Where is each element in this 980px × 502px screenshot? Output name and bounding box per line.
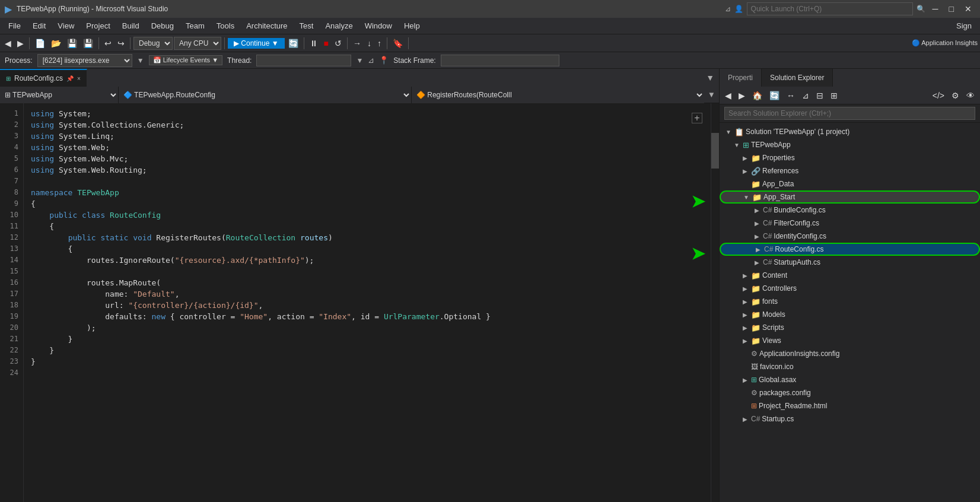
step-out-button[interactable]: ↑: [375, 37, 384, 49]
sol-properties-button[interactable]: ⚙: [949, 90, 962, 101]
tab-close-button[interactable]: ×: [77, 75, 81, 82]
undo-button[interactable]: ↩: [102, 37, 114, 49]
startup-expand-arrow[interactable]: ▶: [741, 416, 749, 422]
maximize-button[interactable]: □: [946, 4, 957, 14]
menu-help[interactable]: Help: [398, 19, 426, 33]
routeconfig-expand-arrow[interactable]: ▶: [754, 246, 762, 253]
close-button[interactable]: ✕: [961, 4, 975, 14]
tree-item-filterconfig[interactable]: ▶ C# FilterConfig.cs: [720, 217, 980, 230]
filterconfig-expand-arrow[interactable]: ▶: [753, 220, 761, 227]
sol-back-button[interactable]: ◀: [722, 90, 734, 101]
step-over-button[interactable]: →: [351, 37, 364, 49]
tree-item-routeconfig[interactable]: ▶ C# RouteConfig.cs: [720, 243, 980, 256]
namespace-dropdown[interactable]: ⊞ TEPwebApp: [0, 87, 119, 103]
identityconfig-expand-arrow[interactable]: ▶: [753, 233, 761, 240]
menu-debug[interactable]: Debug: [145, 19, 180, 33]
tree-item-content[interactable]: ▶ 📁 Content: [720, 269, 980, 282]
redo-button[interactable]: ↪: [115, 37, 127, 49]
menu-architecture[interactable]: Architecture: [240, 19, 293, 33]
tree-item-project[interactable]: ▼ ⊞ TEPwebApp: [720, 138, 980, 151]
models-expand-arrow[interactable]: ▶: [741, 312, 749, 318]
menu-view[interactable]: View: [52, 19, 80, 33]
new-file-button[interactable]: 📄: [33, 37, 47, 49]
tree-item-globalasax[interactable]: ▶ ⊞ Global.asax: [720, 373, 980, 386]
open-button[interactable]: 📂: [49, 37, 63, 49]
tree-item-views[interactable]: ▶ 📁 Views: [720, 334, 980, 347]
tree-item-scripts[interactable]: ▶ 📁 Scripts: [720, 321, 980, 334]
minimize-button[interactable]: ─: [929, 4, 942, 14]
breakpoints-button[interactable]: ⏸: [307, 37, 320, 49]
thread-input[interactable]: [256, 55, 351, 66]
save-all-button[interactable]: 💾: [81, 37, 96, 49]
code-lines[interactable]: using System; using System.Collections.G…: [24, 103, 711, 502]
references-expand-arrow[interactable]: ▶: [741, 168, 749, 174]
editor-scrollbar-thumb[interactable]: [711, 133, 719, 169]
globalasax-expand-arrow[interactable]: ▶: [741, 377, 749, 383]
location-btn[interactable]: 📍: [379, 56, 389, 65]
fonts-expand-arrow[interactable]: ▶: [741, 298, 749, 305]
editor-tab-routeconfig[interactable]: ⊞ RouteConfig.cs 📌 ×: [0, 69, 87, 87]
process-dropdown-arrow[interactable]: ▼: [137, 56, 144, 65]
properties-expand-arrow[interactable]: ▶: [741, 155, 749, 161]
stop-button[interactable]: ■: [322, 37, 331, 49]
sol-code-button[interactable]: </>: [930, 90, 947, 101]
tab-pin-button[interactable]: 📌: [66, 75, 74, 82]
tree-item-controllers[interactable]: ▶ 📁 Controllers: [720, 282, 980, 295]
lifecycle-events-btn[interactable]: 📅 Lifecycle Events ▼: [149, 55, 222, 65]
menu-analyze[interactable]: Analyze: [319, 19, 358, 33]
tree-item-app-data[interactable]: ▶ 📁 App_Data: [720, 177, 980, 190]
tree-item-solution[interactable]: ▼ 📋 Solution 'TEPwebApp' (1 project): [720, 125, 980, 138]
menu-window[interactable]: Window: [359, 19, 398, 33]
tree-item-references[interactable]: ▶ 🔗 References: [720, 164, 980, 177]
continue-button[interactable]: ▶ Continue ▼: [228, 38, 285, 49]
sol-sync-button[interactable]: ↔: [784, 90, 798, 101]
sol-home-button[interactable]: 🏠: [749, 90, 765, 101]
tab-dropdown-button[interactable]: ▼: [701, 69, 719, 87]
back-button[interactable]: ◀: [2, 37, 14, 49]
sol-refresh-button[interactable]: 🔄: [766, 90, 782, 101]
scripts-expand-arrow[interactable]: ▶: [741, 325, 749, 331]
tree-item-fonts[interactable]: ▶ 📁 fonts: [720, 295, 980, 308]
tree-item-startup[interactable]: ▶ C# Startup.cs: [720, 412, 980, 425]
filter-thread-btn[interactable]: ⊿: [368, 56, 374, 65]
tree-item-identityconfig[interactable]: ▶ C# IdentityConfig.cs: [720, 230, 980, 243]
tree-item-favicon[interactable]: ▶ 🖼 favicon.ico: [720, 360, 980, 373]
sol-forward-button[interactable]: ▶: [736, 90, 748, 101]
refresh-button[interactable]: 🔄: [286, 37, 301, 49]
stack-frame-input[interactable]: [441, 55, 559, 66]
restart-button[interactable]: ↺: [332, 37, 344, 49]
editor-scrollbar[interactable]: [711, 103, 719, 502]
tab-solution-explorer[interactable]: Solution Explorer: [762, 69, 833, 87]
thread-dropdown-arrow[interactable]: ▼: [356, 56, 363, 65]
tree-item-app-start[interactable]: ▼ 📁 App_Start: [720, 190, 980, 204]
content-expand-arrow[interactable]: ▶: [741, 272, 749, 279]
views-expand-arrow[interactable]: ▶: [741, 338, 749, 344]
debug-config-dropdown[interactable]: Debug: [133, 37, 173, 50]
menu-test[interactable]: Test: [294, 19, 320, 33]
proj-expand-arrow[interactable]: ▼: [733, 142, 741, 148]
menu-team[interactable]: Team: [180, 19, 211, 33]
sol-expand-arrow[interactable]: ▼: [724, 129, 733, 135]
tree-item-appinsights[interactable]: ▶ ⚙ ApplicationInsights.config: [720, 347, 980, 360]
save-button[interactable]: 💾: [65, 37, 79, 49]
tree-item-models[interactable]: ▶ 📁 Models: [720, 308, 980, 321]
quick-launch-input[interactable]: [747, 2, 913, 15]
class-dropdown[interactable]: 🔷 TEPwebApp.RouteConfig: [119, 87, 412, 103]
solution-explorer-search-input[interactable]: [724, 107, 975, 120]
menu-project[interactable]: Project: [80, 19, 116, 33]
platform-dropdown[interactable]: Any CPU: [174, 37, 221, 50]
menu-sign[interactable]: Sign: [950, 19, 978, 33]
tree-item-bundleconfig[interactable]: ▶ C# BundleConfig.cs: [720, 204, 980, 217]
bundleconfig-expand-arrow[interactable]: ▶: [753, 207, 761, 214]
sol-preview-button[interactable]: 👁: [963, 90, 978, 101]
step-into-button[interactable]: ↓: [365, 37, 374, 49]
app-start-expand-arrow[interactable]: ▼: [742, 194, 750, 201]
tree-item-readme[interactable]: ▶ ⊞ Project_Readme.html: [720, 399, 980, 412]
menu-build[interactable]: Build: [116, 19, 145, 33]
sol-collapse-button[interactable]: ⊟: [813, 90, 826, 101]
tree-item-properties[interactable]: ▶ 📁 Properties: [720, 151, 980, 164]
menu-tools[interactable]: Tools: [211, 19, 240, 33]
sol-grid-button[interactable]: ⊞: [828, 90, 841, 101]
add-watch-button[interactable]: +: [692, 113, 702, 123]
forward-button[interactable]: ▶: [15, 37, 26, 49]
